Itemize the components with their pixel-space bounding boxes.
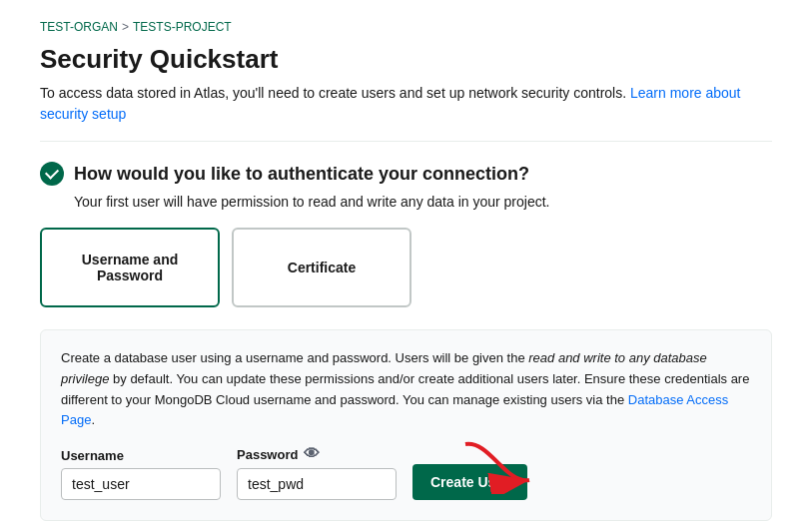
info-box: Create a database user using a username …: [40, 329, 772, 521]
user-form-row: Username Password 👁: [61, 445, 751, 500]
breadcrumb-org[interactable]: TEST-ORGAN: [40, 20, 118, 34]
breadcrumb-project[interactable]: TESTS-PROJECT: [133, 20, 232, 34]
auth-section-title: How would you like to authenticate your …: [74, 164, 529, 185]
breadcrumb: TEST-ORGAN > TESTS-PROJECT: [40, 20, 772, 34]
info-box-text: Create a database user using a username …: [61, 348, 751, 431]
page-title: Security Quickstart: [40, 44, 772, 75]
auth-option-username-password-label: Username and Password: [52, 252, 208, 283]
eye-icon[interactable]: 👁: [304, 445, 320, 463]
password-label-text: Password: [237, 447, 298, 462]
info-text-part3: .: [91, 412, 95, 427]
subtitle-text: To access data stored in Atlas, you'll n…: [40, 85, 626, 101]
password-label: Password 👁: [237, 445, 397, 463]
auth-options-container: Username and Password Certificate: [40, 228, 772, 307]
username-form-group: Username: [61, 448, 221, 500]
page-subtitle: To access data stored in Atlas, you'll n…: [40, 83, 772, 125]
auth-section-description: Your first user will have permission to …: [40, 194, 772, 210]
red-arrow-icon: [457, 434, 537, 494]
password-input[interactable]: [237, 468, 397, 500]
username-input[interactable]: [61, 468, 221, 500]
username-label: Username: [61, 448, 221, 463]
section-divider: [40, 141, 772, 142]
auth-option-username-password[interactable]: Username and Password: [40, 228, 220, 307]
auth-option-certificate[interactable]: Certificate: [232, 228, 411, 307]
create-user-container: Create User: [412, 464, 527, 500]
breadcrumb-separator: >: [122, 20, 129, 34]
check-icon: [40, 162, 64, 186]
auth-section-header: How would you like to authenticate your …: [40, 162, 772, 186]
info-text-part1: Create a database user using a username …: [61, 350, 528, 365]
page-container: TEST-ORGAN > TESTS-PROJECT Security Quic…: [0, 0, 812, 530]
password-form-group: Password 👁: [237, 445, 397, 500]
auth-option-certificate-label: Certificate: [288, 260, 356, 275]
